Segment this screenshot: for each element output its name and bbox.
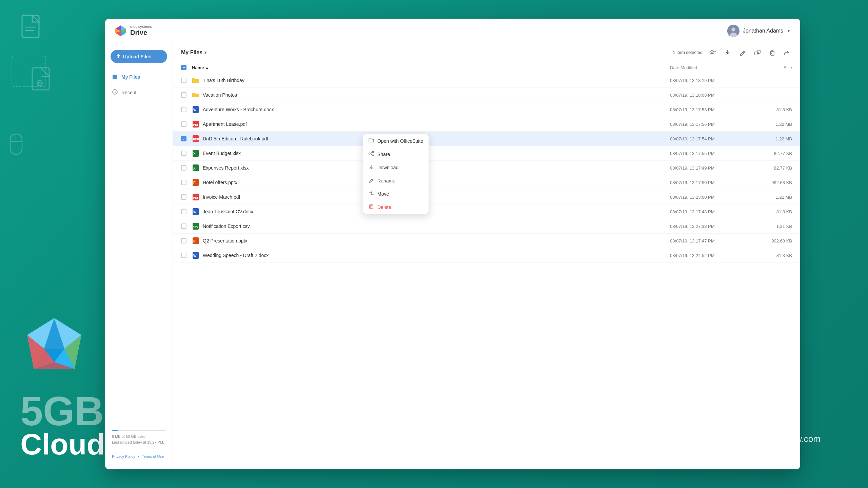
svg-text:PDF: PDF	[193, 138, 199, 141]
file-size: 81.3 KB	[745, 209, 792, 214]
pdf-icon: PDF	[192, 135, 199, 142]
select-all-minus[interactable]: −	[181, 65, 186, 70]
table-row[interactable]: X Event Budget.xlsx 08/07/19, 13:17:55 P…	[173, 146, 800, 161]
file-name-cell: PDF DnD 5th Edition - Rulebook.pdf	[192, 135, 670, 142]
context-menu-item-delete[interactable]: Delete	[363, 200, 429, 214]
context-menu-item-download[interactable]: Download	[363, 161, 429, 174]
rename-toolbar-button[interactable]	[738, 48, 747, 57]
context-menu-item-open[interactable]: Open with OfficeSuite	[363, 134, 429, 148]
row-checkbox[interactable]	[181, 194, 186, 200]
file-date: 08/07/19, 13:23:00 PM	[670, 195, 745, 200]
file-name: Q2 Presentation.pptx	[203, 238, 248, 243]
table-row[interactable]: PDF Invoice March.pdf 08/07/19, 13:23:00…	[173, 190, 800, 204]
svg-line-71	[370, 154, 372, 155]
svg-rect-73	[370, 205, 373, 209]
size-column-header[interactable]: Size	[745, 65, 792, 70]
name-column-header[interactable]: Name ▲	[192, 65, 670, 70]
svg-text:W: W	[193, 108, 197, 112]
table-row[interactable]: ✓ PDF DnD 5th Edition - Rulebook.pdf 08/…	[173, 132, 800, 146]
folder-icon	[192, 91, 199, 99]
move-toolbar-button[interactable]	[753, 48, 762, 57]
table-row[interactable]: P Hotel offers.pptx 08/07/19, 13:17:50 P…	[173, 175, 800, 190]
file-name: Apartment Lease.pdf	[203, 121, 247, 127]
table-row[interactable]: Vacation Photos 08/07/19, 13:18:08 PM	[173, 88, 800, 102]
row-checkbox[interactable]	[181, 180, 186, 185]
row-checkbox[interactable]	[181, 253, 186, 258]
row-checkbox[interactable]	[181, 92, 186, 98]
sidebar-item-recent[interactable]: Recent	[108, 85, 170, 100]
row-checkbox[interactable]	[181, 223, 186, 229]
table-row[interactable]: W Jean Toussaint CV.docx 08/07/19, 13:17…	[173, 204, 800, 219]
file-list-header: − Name ▲ Date Modified Size	[173, 62, 800, 73]
file-date: 08/07/19, 13:17:53 PM	[670, 107, 745, 112]
row-checkbox[interactable]	[181, 238, 186, 243]
row-checkbox[interactable]	[181, 78, 186, 83]
add-user-button[interactable]	[708, 48, 717, 57]
svg-point-69	[372, 155, 374, 156]
svg-point-68	[369, 153, 370, 154]
upload-btn-label: Upload Files	[123, 54, 151, 59]
header-checkbox-col: −	[181, 65, 192, 70]
rename-icon	[369, 177, 374, 184]
table-row[interactable]: Tina's 10th Birthday 08/07/19, 13:18:19 …	[173, 73, 800, 88]
storage-sync-text: Last synced today at 15:27 PM.	[112, 440, 166, 445]
share-icon	[369, 151, 374, 157]
svg-rect-40	[755, 52, 757, 55]
file-name-cell: P Hotel offers.pptx	[192, 179, 670, 186]
folder-title[interactable]: My Files ▾	[181, 50, 206, 56]
file-name-cell: Tina's 10th Birthday	[192, 77, 670, 84]
file-name-cell: X Expenses Report.xlsx	[192, 164, 670, 172]
app-header: mobisystems Drive Jonathan Adams ▼	[105, 19, 800, 43]
deco-dotted-rect	[10, 54, 47, 88]
drive-logo-icon	[115, 25, 127, 37]
chevron-down-icon: ▼	[787, 28, 791, 33]
svg-text:P: P	[193, 181, 196, 185]
app-brand: mobisystems	[130, 25, 152, 28]
word-icon: W	[192, 252, 199, 259]
excel-icon: X	[192, 164, 199, 172]
sidebar: ⬆ Upload Files My Files Recent	[105, 43, 173, 469]
context-menu-item-share[interactable]: Share	[363, 148, 429, 161]
row-checkbox[interactable]	[181, 107, 186, 112]
context-menu-item-move[interactable]: Move	[363, 187, 429, 200]
privacy-policy-link[interactable]: Privacy Policy	[112, 454, 135, 458]
download-label: Download	[377, 165, 398, 170]
row-checkbox[interactable]: ✓	[181, 136, 186, 141]
svg-text:X: X	[193, 167, 196, 170]
file-date: 08/07/19, 13:17:54 PM	[670, 136, 745, 141]
storage-bar-fill	[112, 430, 118, 431]
terms-of-use-link[interactable]: Terms of Use	[142, 454, 164, 458]
row-checkbox[interactable]	[181, 209, 186, 214]
context-menu-item-rename[interactable]: Rename	[363, 174, 429, 187]
table-row[interactable]: PDF Apartment Lease.pdf 08/07/19, 13:17:…	[173, 117, 800, 132]
date-column-header[interactable]: Date Modified	[670, 65, 745, 70]
folder-icon	[192, 77, 199, 84]
row-checkbox[interactable]	[181, 121, 186, 127]
file-size: 81.3 KB	[745, 253, 792, 258]
table-row[interactable]: P Q2 Presentation.pptx 08/07/19, 13:17:4…	[173, 234, 800, 248]
storage-info: 6 MB of 50 GB used. Last synced today at…	[105, 424, 173, 450]
app-body: ⬆ Upload Files My Files Recent	[105, 43, 800, 469]
svg-text:PDF: PDF	[193, 123, 199, 126]
svg-point-35	[711, 50, 713, 53]
delete-toolbar-button[interactable]	[768, 48, 777, 57]
user-menu[interactable]: Jonathan Adams ▼	[727, 25, 791, 37]
sidebar-my-files-label: My Files	[121, 74, 140, 80]
share-folder-toolbar-button[interactable]	[783, 48, 792, 57]
table-row[interactable]: CSV Notification Export.csv 08/07/19, 13…	[173, 219, 800, 234]
table-row[interactable]: X Expenses Report.xlsx 08/07/19, 13:17:4…	[173, 161, 800, 175]
row-checkbox[interactable]	[181, 151, 186, 156]
row-checkbox[interactable]	[181, 165, 186, 171]
table-row[interactable]: W Adventure Works - Brochure.docx 08/07/…	[173, 102, 800, 117]
table-row[interactable]: W Wedding Speech - Draft 2.docx 08/07/19…	[173, 248, 800, 263]
app-logo-text: mobisystems Drive	[130, 25, 152, 37]
delete-label: Delete	[377, 204, 391, 210]
sidebar-item-my-files[interactable]: My Files	[108, 70, 170, 84]
file-size: 82.77 KB	[745, 151, 792, 156]
file-name-cell: Vacation Photos	[192, 91, 670, 99]
file-date: 08/07/19, 13:27:38 PM	[670, 224, 745, 229]
download-toolbar-button[interactable]	[723, 48, 732, 57]
file-name: Invoice March.pdf	[203, 194, 240, 200]
recent-icon	[112, 89, 118, 96]
upload-files-button[interactable]: ⬆ Upload Files	[111, 50, 167, 63]
